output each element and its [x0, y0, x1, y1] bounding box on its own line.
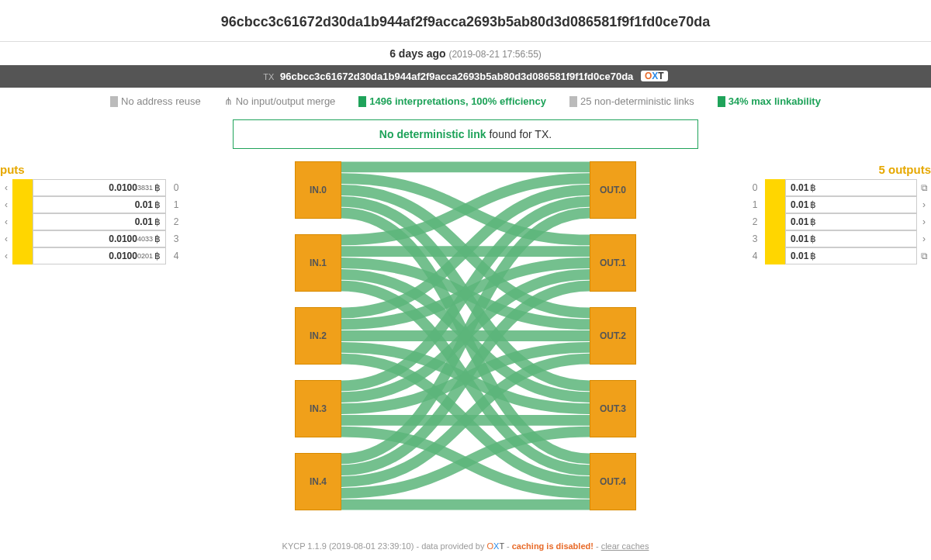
notice-box: No deterministic link found for TX. — [233, 119, 698, 149]
outputs-title: 5 outputs — [745, 160, 931, 179]
sankey-input-node[interactable]: IN.0 — [295, 161, 341, 219]
notice-rest: found for TX. — [486, 128, 552, 140]
oxt-link[interactable]: OXT — [641, 71, 668, 81]
input-index: 3 — [166, 230, 186, 247]
input-amount: 0.01000201฿ — [33, 247, 166, 264]
sankey-input-node[interactable]: IN.2 — [295, 307, 341, 365]
footer-warning: caching is disabled! — [512, 541, 594, 551]
square-icon — [718, 96, 725, 107]
output-swatch — [765, 247, 785, 264]
input-amount: 0.01฿ — [33, 196, 166, 213]
chevron-right-icon[interactable]: › — [917, 213, 931, 230]
output-index: 3 — [745, 230, 765, 247]
stats-row: No address reuse ⋔No input/output merge … — [0, 88, 931, 115]
time-stamp: (2019-08-21 17:56:55) — [448, 49, 541, 60]
input-row[interactable]: ‹0.01000201฿4 — [0, 247, 186, 264]
output-row[interactable]: 40.01฿⧉ — [745, 247, 931, 264]
footer-app: KYCP 1.1.9 (2019-08-01 23:39:10) — [282, 541, 414, 551]
chevron-left-icon[interactable]: ‹ — [0, 247, 12, 264]
output-swatch — [765, 179, 785, 196]
output-row[interactable]: 10.01฿› — [745, 196, 931, 213]
input-index: 4 — [166, 247, 186, 264]
output-amount: 0.01฿ — [785, 230, 917, 247]
merge-icon: ⋔ — [224, 95, 233, 107]
sankey-chart: IN.0OUT.0IN.1OUT.1IN.2OUT.2IN.3OUT.3IN.4… — [186, 160, 745, 518]
outputs-panel: 5 outputs 00.01฿⧉10.01฿›20.01฿›30.01฿›40… — [745, 160, 931, 264]
input-row[interactable]: ‹0.01฿1 — [0, 196, 186, 213]
chevron-left-icon[interactable]: ‹ — [0, 230, 12, 247]
output-row[interactable]: 20.01฿› — [745, 213, 931, 230]
output-amount: 0.01฿ — [785, 247, 917, 264]
square-icon — [569, 96, 577, 107]
sankey-input-node[interactable]: IN.1 — [295, 234, 341, 292]
output-row[interactable]: 30.01฿› — [745, 230, 931, 247]
chevron-right-icon[interactable]: › — [917, 230, 931, 247]
time-ago: 6 days ago — [389, 47, 445, 60]
copy-icon[interactable]: ⧉ — [917, 179, 931, 196]
chevron-left-icon[interactable]: ‹ — [0, 213, 12, 230]
stat-interpretations: 1496 interpretations, 100% efficiency — [358, 95, 546, 107]
input-row[interactable]: ‹0.01฿2 — [0, 213, 186, 230]
output-row[interactable]: 00.01฿⧉ — [745, 179, 931, 196]
tx-id: 96cbcc3c61672d30da1b944af2f9acca2693b5ab… — [280, 71, 633, 82]
input-index: 0 — [166, 179, 186, 196]
input-row[interactable]: ‹0.01003831฿0 — [0, 179, 186, 196]
footer-oxt-link[interactable]: OXT — [487, 541, 504, 551]
tx-bar: TX 96cbcc3c61672d30da1b944af2f9acca2693b… — [0, 65, 931, 88]
input-swatch — [12, 196, 33, 213]
input-swatch — [12, 247, 33, 264]
square-icon — [110, 96, 118, 107]
stat-no-merge: ⋔No input/output merge — [224, 95, 336, 107]
copy-icon[interactable]: ⧉ — [917, 247, 931, 264]
output-swatch — [765, 230, 785, 247]
input-index: 1 — [166, 196, 186, 213]
notice-highlight: No deterministic link — [379, 128, 486, 140]
output-index: 2 — [745, 213, 765, 230]
sankey-output-node[interactable]: OUT.2 — [590, 307, 636, 365]
sankey-output-node[interactable]: OUT.4 — [590, 453, 636, 510]
sankey-output-node[interactable]: OUT.0 — [590, 161, 636, 219]
page-title: 96cbcc3c61672d30da1b944af2f9acca2693b5ab… — [0, 0, 931, 42]
output-swatch — [765, 213, 785, 230]
stat-no-reuse: No address reuse — [110, 95, 201, 107]
time-bar: 6 days ago (2019-08-21 17:56:55) — [0, 42, 931, 65]
chevron-right-icon[interactable]: › — [917, 196, 931, 213]
tx-label: TX — [263, 72, 274, 81]
square-icon — [358, 96, 366, 107]
stat-max-linkability: 34% max linkability — [718, 95, 821, 107]
input-swatch — [12, 230, 33, 247]
main-area: puts ‹0.01003831฿0‹0.01฿1‹0.01฿2‹0.01004… — [0, 160, 931, 518]
clear-caches-link[interactable]: clear caches — [601, 541, 649, 551]
input-amount: 0.01฿ — [33, 213, 166, 230]
sankey-output-node[interactable]: OUT.3 — [590, 380, 636, 437]
output-amount: 0.01฿ — [785, 179, 917, 196]
output-amount: 0.01฿ — [785, 213, 917, 230]
stat-nondet-links: 25 non-deterministic links — [569, 95, 694, 107]
input-amount: 0.01003831฿ — [33, 179, 166, 196]
input-index: 2 — [166, 213, 186, 230]
inputs-title: puts — [0, 160, 186, 179]
chevron-left-icon[interactable]: ‹ — [0, 179, 12, 196]
input-swatch — [12, 179, 33, 196]
sankey-input-node[interactable]: IN.4 — [295, 453, 341, 510]
chevron-left-icon[interactable]: ‹ — [0, 196, 12, 213]
output-index: 1 — [745, 196, 765, 213]
inputs-panel: puts ‹0.01003831฿0‹0.01฿1‹0.01฿2‹0.01004… — [0, 160, 186, 264]
input-amount: 0.01004033฿ — [33, 230, 166, 247]
output-index: 0 — [745, 179, 765, 196]
input-row[interactable]: ‹0.01004033฿3 — [0, 230, 186, 247]
sankey-input-node[interactable]: IN.3 — [295, 380, 341, 437]
output-index: 4 — [745, 247, 765, 264]
output-amount: 0.01฿ — [785, 196, 917, 213]
output-swatch — [765, 196, 785, 213]
input-swatch — [12, 213, 33, 230]
sankey-output-node[interactable]: OUT.1 — [590, 234, 636, 292]
